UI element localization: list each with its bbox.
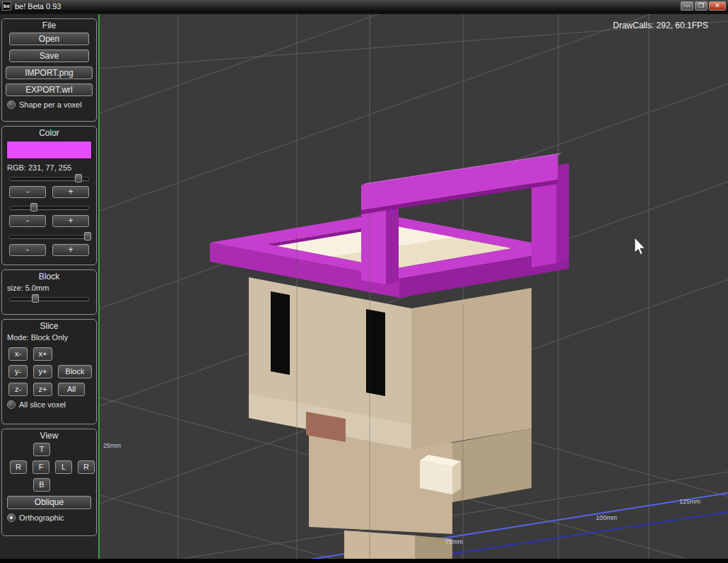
shape-per-voxel-radio-icon[interactable] (7, 100, 16, 109)
view-right-button[interactable]: R (78, 460, 95, 474)
slice-panel: Slice Mode: Block Only x- x+ y- y+ Block… (1, 319, 97, 424)
slice-y-minus-button[interactable]: y- (8, 365, 28, 378)
voxel-viewport-canvas[interactable]: 25mm 75mm 100mm 125mm DrawCalls: 292, 60… (100, 14, 728, 559)
blue-slider-track[interactable] (9, 235, 89, 239)
block-size-slider-track[interactable] (9, 297, 89, 301)
blue-minus-button[interactable]: - (9, 244, 46, 256)
drawcalls-text: DrawCalls: 292, 60.1FPS (613, 21, 708, 30)
file-panel: File Open Save IMPORT.png EXPORT.wrl Sha… (1, 18, 97, 122)
window-bottom-strip (0, 559, 728, 563)
orthographic-radio-icon[interactable] (7, 513, 16, 522)
view-panel: View T R F L R B Oblique Orthographic (1, 429, 97, 536)
axis-label-75mm: 75mm (445, 538, 463, 545)
slice-z-minus-button[interactable]: z- (8, 383, 28, 396)
app-icon[interactable]: be (2, 1, 11, 11)
slice-z-plus-button[interactable]: z+ (33, 383, 52, 396)
close-button[interactable]: ✕ (709, 1, 726, 11)
color-panel-title: Color (2, 127, 96, 140)
red-slider-thumb[interactable] (75, 174, 82, 182)
color-panel: Color RGB: 231, 77, 255 - + - + (1, 126, 97, 265)
maximize-button[interactable]: ❐ (695, 1, 708, 11)
green-slider-thumb[interactable] (30, 203, 37, 211)
blue-plus-button[interactable]: + (52, 244, 89, 256)
slice-panel-title: Slice (2, 320, 96, 333)
slice-y-plus-button[interactable]: y+ (33, 365, 52, 378)
right-eye (366, 309, 385, 396)
head-right-face (411, 288, 532, 449)
minimize-button[interactable]: — (681, 1, 693, 11)
shape-per-voxel-label: Shape per a voxel (19, 100, 82, 109)
view-top-button[interactable]: T (33, 443, 50, 456)
slice-x-minus-button[interactable]: x- (8, 347, 28, 361)
slice-block-button[interactable]: Block (58, 365, 92, 378)
leg-left (344, 530, 415, 559)
green-plus-button[interactable]: + (52, 215, 89, 227)
app-window: be be! Beta 0.93 — ❐ ✕ File Open Save IM… (0, 0, 728, 563)
color-swatch[interactable] (6, 141, 92, 159)
body-voxel-side (452, 461, 461, 494)
block-panel-title: Block (2, 270, 96, 284)
orthographic-label: Orthographic (19, 513, 64, 522)
save-button[interactable]: Save (9, 50, 89, 62)
tool-sidebar: File Open Save IMPORT.png EXPORT.wrl Sha… (0, 14, 100, 559)
window-controls: — ❐ ✕ (681, 1, 726, 11)
block-panel: Block size: 5.0mm (1, 269, 97, 315)
all-slice-voxel-label: All slice voxel (19, 400, 66, 409)
green-slider[interactable] (9, 203, 89, 211)
export-wrl-button[interactable]: EXPORT.wrl (6, 83, 93, 96)
green-minus-button[interactable]: - (9, 215, 46, 227)
green-slider-track[interactable] (9, 206, 89, 210)
slice-x-plus-button[interactable]: x+ (33, 347, 52, 361)
block-size-slider-thumb[interactable] (32, 294, 39, 303)
blue-slider[interactable] (9, 232, 89, 240)
oblique-button[interactable]: Oblique (7, 496, 91, 509)
view-front-button[interactable]: F (33, 460, 49, 474)
open-button[interactable]: Open (9, 33, 89, 45)
all-slice-voxel-radio-icon[interactable] (7, 400, 16, 409)
orthographic-toggle[interactable]: Orthographic (2, 513, 96, 522)
viewport-scene: 25mm 75mm 100mm 125mm DrawCalls: 292, 60… (100, 14, 728, 559)
view-left-button[interactable]: L (55, 460, 72, 474)
block-size-slider[interactable] (9, 294, 89, 303)
red-plus-button[interactable]: + (52, 186, 89, 198)
red-slider[interactable] (9, 174, 89, 182)
shape-per-voxel-toggle[interactable]: Shape per a voxel (2, 100, 96, 109)
title-bar: be be! Beta 0.93 — ❐ ✕ (0, 0, 728, 12)
axis-label-100mm: 100mm (596, 514, 617, 521)
blue-slider-thumb[interactable] (84, 232, 91, 240)
handle-right-post-side (556, 163, 569, 263)
slice-all-button[interactable]: All (58, 383, 85, 396)
axis-label-25mm: 25mm (103, 442, 121, 449)
view-panel-title: View (2, 429, 96, 443)
rgb-value-label: RGB: 231, 77, 255 (2, 163, 96, 172)
view-bottom-button[interactable]: B (33, 478, 50, 492)
left-eye (271, 291, 290, 375)
file-panel-title: File (2, 19, 96, 33)
block-size-label: size: 5.0mm (2, 284, 96, 292)
window-title: be! Beta 0.93 (15, 2, 61, 11)
slice-mode-label: Mode: Block Only (2, 333, 96, 342)
view-rear-button[interactable]: R (10, 460, 27, 474)
red-minus-button[interactable]: - (9, 186, 46, 198)
all-slice-voxel-toggle[interactable]: All slice voxel (2, 400, 96, 409)
import-png-button[interactable]: IMPORT.png (6, 66, 93, 79)
axis-label-125mm: 125mm (679, 498, 700, 505)
